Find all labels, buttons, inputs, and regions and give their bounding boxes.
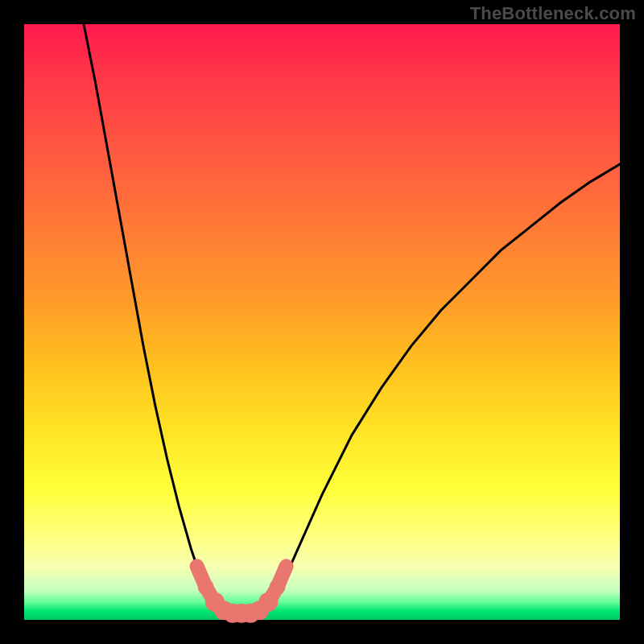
- chart-frame: TheBottleneck.com: [0, 0, 644, 644]
- right-branch: [262, 164, 620, 612]
- marker-dot: [198, 579, 214, 595]
- watermark-text: TheBottleneck.com: [470, 3, 636, 24]
- marker-group: [192, 560, 292, 622]
- left-branch: [84, 24, 227, 612]
- plot-area: [24, 24, 620, 620]
- curve-group: [84, 24, 620, 612]
- marker-dot: [258, 592, 278, 612]
- marker-dot: [281, 560, 292, 572]
- curve-layer: [24, 24, 620, 620]
- marker-dot: [270, 579, 286, 595]
- marker-dot: [192, 560, 203, 572]
